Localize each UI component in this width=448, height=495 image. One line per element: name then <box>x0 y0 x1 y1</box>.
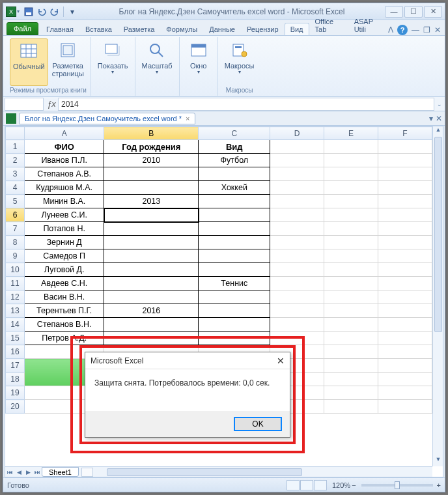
cell-E3[interactable] <box>324 167 378 181</box>
cell-A13[interactable]: Терентьев П.Г. <box>25 304 104 318</box>
cell-B15[interactable] <box>104 332 199 345</box>
cell-D13[interactable] <box>270 304 324 318</box>
cell-C2[interactable]: Футбол <box>199 154 270 167</box>
qat-customize-icon[interactable]: ▾ <box>17 8 20 14</box>
sheet-tab[interactable]: Sheet1 <box>42 467 79 477</box>
tab-view[interactable]: Вид <box>285 23 309 35</box>
tab-formulas[interactable]: Формулы <box>160 23 203 35</box>
zoom-level[interactable]: 120% <box>332 481 350 489</box>
cell-D5[interactable] <box>270 195 324 208</box>
cell-F6[interactable] <box>378 208 432 222</box>
cell-B7[interactable] <box>104 222 199 236</box>
cell-A14[interactable]: Степанов В.Н. <box>25 318 104 332</box>
cell-E10[interactable] <box>324 263 378 277</box>
row-header-11[interactable]: 11 <box>6 277 25 290</box>
ok-button[interactable]: OK <box>234 417 282 431</box>
cell-F15[interactable] <box>378 332 432 345</box>
cell-A1[interactable]: ФИО <box>25 140 104 154</box>
cell-F7[interactable] <box>378 222 432 236</box>
zoom-in-icon[interactable]: + <box>437 481 441 489</box>
macros-button[interactable]: Макросы▾ <box>222 38 257 86</box>
undo-icon[interactable] <box>36 6 48 18</box>
view-layout-icon[interactable] <box>300 480 313 490</box>
msgbox-titlebar[interactable]: Microsoft Excel ✕ <box>85 352 290 369</box>
row-header-8[interactable]: 8 <box>6 236 25 249</box>
row-header-2[interactable]: 2 <box>6 154 25 167</box>
tab-layout[interactable]: Разметка <box>118 23 161 35</box>
row-header-10[interactable]: 10 <box>6 263 25 277</box>
row-header-15[interactable]: 15 <box>6 332 25 345</box>
row-header-1[interactable]: 1 <box>6 140 25 154</box>
cell-C13[interactable] <box>199 304 270 318</box>
row-header-3[interactable]: 3 <box>6 167 25 181</box>
tab-officetab[interactable]: Office Tab <box>309 15 348 35</box>
cell-D2[interactable] <box>270 154 324 167</box>
row-header-18[interactable]: 18 <box>6 373 25 386</box>
cell-E9[interactable] <box>324 249 378 263</box>
save-icon[interactable] <box>23 6 35 18</box>
cell-E7[interactable] <box>324 222 378 236</box>
cell-C4[interactable]: Хоккей <box>199 181 270 195</box>
cell-C12[interactable] <box>199 290 270 304</box>
cell-C5[interactable] <box>199 195 270 208</box>
cell-D6[interactable] <box>270 208 324 222</box>
row-header-17[interactable]: 17 <box>6 359 25 373</box>
row-header-19[interactable]: 19 <box>6 386 25 400</box>
cell-B10[interactable] <box>104 263 199 277</box>
vscroll-thumb[interactable] <box>434 137 442 332</box>
cell-E16[interactable] <box>324 345 378 359</box>
cell-A7[interactable]: Потапов Н. <box>25 222 104 236</box>
sheet-nav-next-icon[interactable]: ▶ <box>23 469 33 475</box>
cell-D10[interactable] <box>270 263 324 277</box>
cell-E12[interactable] <box>324 290 378 304</box>
new-sheet-icon[interactable] <box>81 468 93 477</box>
cell-F19[interactable] <box>378 386 432 400</box>
col-header-B[interactable]: B <box>104 127 199 140</box>
tab-insert[interactable]: Вставка <box>79 23 118 35</box>
row-header-12[interactable]: 12 <box>6 290 25 304</box>
cell-D4[interactable] <box>270 181 324 195</box>
cell-C15[interactable] <box>199 332 270 345</box>
cell-D3[interactable] <box>270 167 324 181</box>
show-button[interactable]: Показать▾ <box>95 38 131 86</box>
row-header-14[interactable]: 14 <box>6 318 25 332</box>
cell-F14[interactable] <box>378 318 432 332</box>
tab-home[interactable]: Главная <box>40 23 79 35</box>
cell-F9[interactable] <box>378 249 432 263</box>
cell[interactable] <box>324 359 378 373</box>
cell-B4[interactable] <box>104 181 199 195</box>
zoom-out-icon[interactable]: − <box>352 481 356 489</box>
cell[interactable] <box>324 373 378 386</box>
cell-C10[interactable] <box>199 263 270 277</box>
cell-F20[interactable] <box>378 400 432 414</box>
row-header-13[interactable]: 13 <box>6 304 25 318</box>
row-header-4[interactable]: 4 <box>6 181 25 195</box>
mdi-restore-icon[interactable]: ❐ <box>423 25 430 35</box>
cell-E15[interactable] <box>324 332 378 345</box>
workbook-tab[interactable]: Блог на Яндекс.Дзен Самоучитель excel wo… <box>19 113 195 124</box>
cell-A15[interactable]: Петров А.Д. <box>25 332 104 345</box>
cell-F4[interactable] <box>378 181 432 195</box>
cell-E5[interactable] <box>324 195 378 208</box>
cell-B9[interactable] <box>104 249 199 263</box>
msgbox-close-icon[interactable]: ✕ <box>277 356 285 366</box>
cell-E14[interactable] <box>324 318 378 332</box>
cell-E19[interactable] <box>324 386 378 400</box>
col-header-C[interactable]: C <box>199 127 270 140</box>
cell-F5[interactable] <box>378 195 432 208</box>
sheet-nav-first-icon[interactable]: ⏮ <box>5 469 14 475</box>
row-header-5[interactable]: 5 <box>6 195 25 208</box>
maximize-button[interactable]: ☐ <box>404 6 423 18</box>
cell-B5[interactable]: 2013 <box>104 195 199 208</box>
cell-D7[interactable] <box>270 222 324 236</box>
cell-A9[interactable]: Самедов П <box>25 249 104 263</box>
cell-D1[interactable] <box>270 140 324 154</box>
cell-C3[interactable] <box>199 167 270 181</box>
tab-review[interactable]: Рецензир <box>241 23 285 35</box>
cell-C11[interactable]: Теннис <box>199 277 270 290</box>
cell-D12[interactable] <box>270 290 324 304</box>
hscroll-thumb[interactable] <box>107 468 302 476</box>
row-header-16[interactable]: 16 <box>6 345 25 359</box>
cell-B6[interactable] <box>104 208 199 222</box>
wb-close-icon[interactable]: ✕ <box>436 114 442 123</box>
